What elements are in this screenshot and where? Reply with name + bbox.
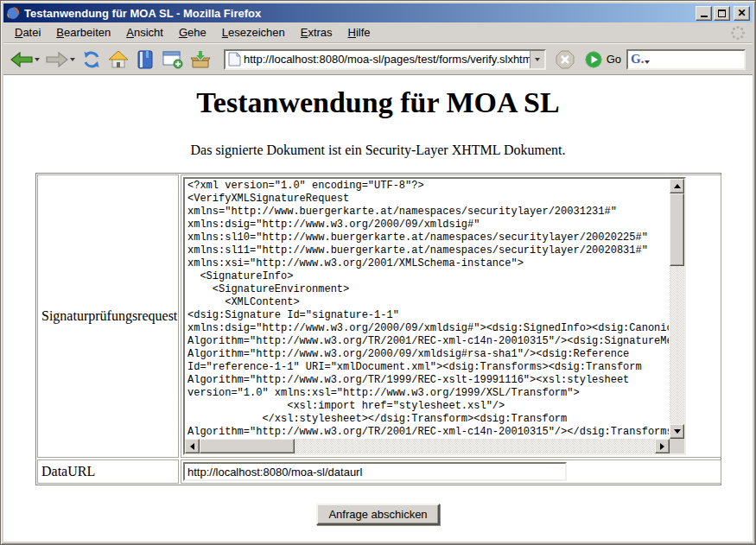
search-box: G. [626,49,746,70]
horizontal-scrollbar[interactable] [185,439,670,453]
scrollbar-corner [670,439,684,453]
submit-row: Anfrage abschicken [3,504,753,525]
bookmarks-button[interactable] [133,48,157,72]
scroll-up-button[interactable] [670,179,684,193]
google-g-icon[interactable]: G. [631,52,644,67]
submit-button[interactable]: Anfrage abschicken [316,504,439,525]
go-icon [585,51,602,68]
dataurl-cell [181,459,721,484]
maximize-button[interactable] [714,6,730,21]
page-title: Testanwendung für MOA SL [3,86,753,119]
bookmarks-book-icon [135,49,156,70]
menu-bar: Datei Bearbeiten Ansicht Gehe Lesezeiche… [3,22,753,43]
horizontal-scroll-thumb[interactable] [200,439,295,453]
stop-button[interactable] [553,48,577,72]
navigation-toolbar: Go G. [3,43,753,74]
vertical-scrollbar[interactable] [670,179,684,439]
reload-button[interactable] [79,48,104,72]
arrow-right-icon [660,443,664,450]
home-button[interactable] [106,48,130,72]
scroll-left-button[interactable] [185,439,200,453]
minimize-button[interactable] [696,6,712,21]
scroll-down-button[interactable] [670,424,684,439]
browser-window: Testanwendung für MOA SL - Mozilla Firef… [0,0,756,545]
forward-dropdown-icon[interactable] [70,58,75,61]
minimize-icon [701,16,708,17]
vertical-scroll-thumb[interactable] [670,193,684,266]
arrow-down-icon [674,429,681,434]
request-label: Signaturprüfungsrequest [37,174,179,458]
throbber-icon [730,25,746,41]
url-bar [224,49,546,70]
back-dropdown-icon[interactable] [35,58,40,61]
page-icon [228,52,241,67]
arrow-left-icon [190,443,194,450]
page-intro: Das signierte Dokument ist ein Security-… [3,143,753,158]
request-textarea[interactable]: <?xml version="1.0" encoding="UTF-8"?> <… [183,177,686,455]
menu-bearbeiten[interactable]: Bearbeiten [48,23,118,41]
back-button[interactable] [9,50,41,69]
arrow-up-icon [674,184,681,188]
forward-arrow-icon [46,52,68,67]
menu-lesezeichen[interactable]: Lesezeichen [214,23,293,41]
maximize-icon [718,10,726,17]
title-bar: Testanwendung für MOA SL - Mozilla Firef… [3,3,753,22]
firefox-icon [6,6,20,20]
url-input[interactable] [241,52,530,67]
back-arrow-icon [10,52,33,67]
close-icon: ✕ [737,9,746,17]
request-xml-text: <?xml version="1.0" encoding="UTF-8"?> <… [187,180,669,438]
reload-icon [81,49,102,70]
download-box-icon [190,49,211,70]
home-icon [108,49,129,70]
url-dropdown-button[interactable] [530,51,544,68]
downloads-button[interactable] [188,48,213,72]
go-label: Go [607,53,621,66]
close-button[interactable]: ✕ [734,6,750,21]
menu-hilfe[interactable]: Hilfe [340,23,378,41]
stop-icon [555,49,575,70]
search-input[interactable] [650,52,744,67]
dataurl-input[interactable] [183,462,567,481]
dataurl-label: DataURL [37,459,179,484]
new-window-icon [162,49,184,70]
request-cell: <?xml version="1.0" encoding="UTF-8"?> <… [181,174,721,458]
verify-form-table: Signaturprüfungsrequest <?xml version="1… [35,173,721,485]
menu-ansicht[interactable]: Ansicht [118,23,171,41]
menu-extras[interactable]: Extras [293,23,340,41]
new-window-button[interactable] [160,48,186,72]
forward-button[interactable] [44,50,77,69]
go-button[interactable]: Go [585,51,621,68]
page-content: Testanwendung für MOA SL Das signierte D… [3,74,753,542]
url-dropdown-icon [535,58,540,61]
menu-datei[interactable]: Datei [7,23,48,41]
menu-gehe[interactable]: Gehe [171,23,214,41]
window-title: Testanwendung für MOA SL - Mozilla Firef… [24,7,694,20]
scroll-right-button[interactable] [655,439,670,453]
